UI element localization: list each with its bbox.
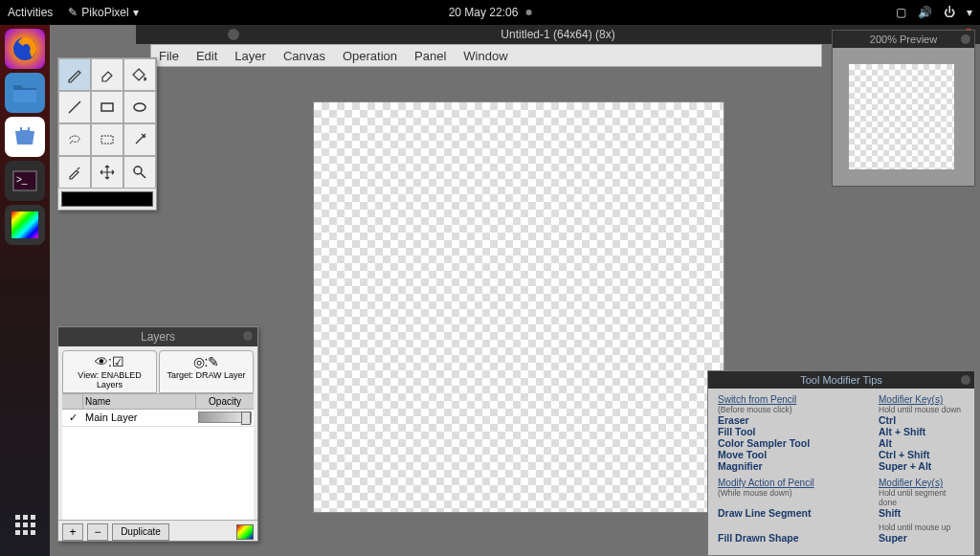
tips-row-right: Super [879,532,965,544]
svg-line-9 [141,173,145,178]
color-swatch[interactable] [61,191,153,207]
col-opacity[interactable]: Opacity [196,394,254,409]
tips-row: Color Sampler ToolAlt [718,437,965,449]
panel-close-icon[interactable] [961,375,970,385]
menu-file[interactable]: File [159,49,179,63]
tool-fill[interactable] [123,58,156,91]
tips-note: (Before mouse click) [718,405,879,414]
svg-rect-5 [101,103,113,111]
tips-row-left: Eraser [718,414,879,426]
tips-note: Hold until mouse up [879,523,965,532]
dock-files[interactable] [5,73,45,113]
tips-panel: Tool Modifier Tips Switch from Pencil Mo… [707,370,975,556]
svg-point-6 [134,103,145,111]
col-name[interactable]: Name [83,394,196,409]
tips-row: Fill ToolAlt + Shift [718,426,965,437]
notification-dot-icon [525,10,531,15]
tool-move[interactable] [91,156,123,189]
tips-row: MagnifierSuper + Alt [718,460,965,472]
canvas[interactable] [313,101,724,513]
layers-list[interactable]: ✓ Main Layer [62,410,254,520]
tips-h2-left: Modify Action of Pencil [718,478,879,488]
tips-note: Hold until mouse down [879,405,965,414]
workspace: Untitled-1 (64x64) (8x) File Edit Layer … [50,25,980,556]
preview-panel: 200% Preview [832,30,975,187]
svg-rect-7 [101,136,113,144]
tips-row-left: Move Tool [718,449,879,460]
menubar: File Edit Layer Canvas Operation Panel W… [150,44,822,67]
layer-visible-check[interactable]: ✓ [62,410,83,426]
tips-row-right: Alt [879,437,965,449]
color-picker-button[interactable] [236,524,254,540]
tips-h1-right: Modifier Key(s) [879,394,965,405]
tips-row-right: Super + Alt [879,460,965,472]
menu-operation[interactable]: Operation [343,49,397,63]
tool-wand[interactable] [123,123,156,156]
svg-rect-1 [13,90,36,102]
layers-tab-target-label: Target: DRAW Layer [167,370,245,380]
dock-firefox[interactable] [5,29,45,69]
volume-icon[interactable]: 🔊 [918,6,932,19]
app-menu[interactable]: ✎ PikoPixel ▾ [68,6,138,19]
tool-eyedropper[interactable] [58,156,91,189]
tips-body: Switch from Pencil Modifier Key(s) (Befo… [708,389,974,555]
target-pencil-icon: ◎:✎ [163,354,250,369]
preview-title[interactable]: 200% Preview [833,31,974,48]
tips-row-right: Ctrl [879,414,965,426]
tips-row-right: Shift [879,507,965,519]
layer-name[interactable]: Main Layer [83,410,196,426]
menu-layer[interactable]: Layer [234,49,266,63]
tips-row-left: Magnifier [718,460,879,472]
opacity-slider[interactable] [198,411,252,423]
menu-canvas[interactable]: Canvas [283,49,325,63]
menu-edit[interactable]: Edit [196,49,217,63]
layers-tab-view[interactable]: 👁:☑ View: ENABLED Layers [62,350,157,393]
tips-title[interactable]: Tool Modifier Tips [708,371,974,389]
tips-row-left: Draw Line Segment [718,507,879,519]
tool-eraser[interactable] [91,58,123,91]
tips-row-left: Fill Drawn Shape [718,532,879,544]
tips-row-left: Fill Tool [718,426,879,437]
tips-note: Hold until segment done [879,488,965,507]
tips-title-label: Tool Modifier Tips [800,374,882,386]
eye-check-icon: 👁:☑ [66,354,153,369]
clock[interactable]: 20 May 22:06 [449,6,519,19]
menu-window[interactable]: Window [463,49,507,63]
tool-magnifier[interactable] [123,156,156,189]
dock-software[interactable] [5,117,45,157]
tool-rect-select[interactable] [91,123,123,156]
svg-text:>_: >_ [16,174,28,185]
dock-pikopixel[interactable] [5,205,45,245]
screen-icon[interactable]: ▢ [896,6,906,19]
preview-canvas [849,64,954,169]
window-minimize-icon[interactable] [228,29,239,40]
panel-close-icon[interactable] [243,331,253,341]
layers-tab-target[interactable]: ◎:✎ Target: DRAW Layer [159,350,254,393]
tips-h2-right: Modifier Key(s) [879,478,965,488]
menu-panel[interactable]: Panel [414,49,446,63]
layers-tab-view-label: View: ENABLED Layers [78,370,141,389]
tips-row-right: Alt + Shift [879,426,965,437]
tool-lasso[interactable] [58,123,91,156]
activities-button[interactable]: Activities [8,6,53,19]
layers-title[interactable]: Layers [58,327,257,346]
tool-rect[interactable] [91,91,123,123]
tool-oval[interactable] [123,91,156,123]
layer-row[interactable]: ✓ Main Layer [62,410,254,427]
layer-duplicate-button[interactable]: Duplicate [112,523,169,541]
app-menu-icon: ✎ [68,6,78,19]
panel-close-icon[interactable] [961,34,970,44]
layer-add-button[interactable]: + [62,523,83,541]
dock-apps-button[interactable] [5,504,45,545]
app-menu-label: PikoPixel [81,6,128,19]
chevron-down-icon: ▾ [133,6,139,19]
tool-line[interactable] [58,91,91,123]
dock-terminal[interactable]: >_ [5,161,45,201]
power-icon[interactable]: ⏻ [944,6,955,19]
layers-panel: Layers 👁:☑ View: ENABLED Layers ◎:✎ Targ… [57,326,258,542]
svg-line-4 [69,101,80,113]
tool-pencil[interactable] [58,58,91,91]
layers-columns: Name Opacity [62,393,254,410]
layer-remove-button[interactable]: − [87,523,108,541]
chevron-down-icon[interactable]: ▾ [967,6,972,19]
